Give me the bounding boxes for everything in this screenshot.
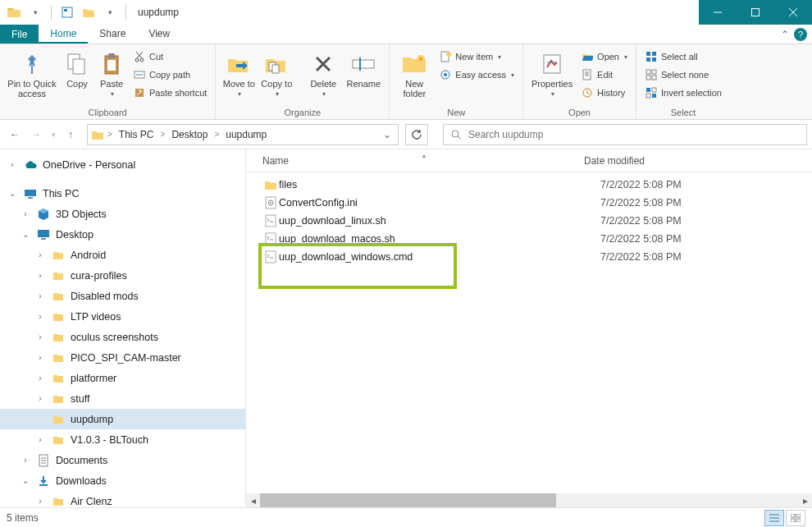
forward-button[interactable]: → xyxy=(26,125,46,144)
sidebar-item-disabled-mods[interactable]: ›Disabled mods xyxy=(0,286,245,306)
tab-file[interactable]: File xyxy=(0,25,39,44)
crumb-desktop[interactable]: Desktop xyxy=(168,129,211,140)
collapse-ribbon-icon[interactable]: ⌃ xyxy=(781,29,789,40)
address-bar[interactable]: > This PC > Desktop > uupdump ⌄ xyxy=(87,124,399,145)
rename-button[interactable]: Rename xyxy=(343,48,384,89)
horizontal-scrollbar[interactable]: ◂ ▸ xyxy=(246,493,812,507)
sidebar-item-air-clenz[interactable]: ›Air Clenz xyxy=(0,491,245,507)
file-row-convertconfig[interactable]: ConvertConfig.ini 7/2/2022 5:08 PM xyxy=(246,194,812,212)
open-button[interactable]: Open▾ xyxy=(577,48,631,66)
invert-selection-button[interactable]: Invert selection xyxy=(641,84,725,102)
window-controls xyxy=(699,0,812,25)
up-button[interactable]: ↑ xyxy=(61,125,80,144)
easy-access-button[interactable]: Easy access▾ xyxy=(436,66,518,84)
sort-indicator-icon: ▴ xyxy=(422,152,426,159)
file-row-macos-sh[interactable]: uup_download_macos.sh 7/2/2022 5:08 PM xyxy=(246,230,812,248)
sidebar-item-cura-profiles[interactable]: ›cura-profiles xyxy=(0,265,245,286)
sidebar-item-oculus-screenshots[interactable]: ›oculus screenshots xyxy=(0,327,245,347)
file-row-files[interactable]: files 7/2/2022 5:08 PM xyxy=(246,176,812,194)
crumb-uupdump[interactable]: uupdump xyxy=(222,129,270,140)
svg-rect-64 xyxy=(791,519,795,522)
sidebar-item-android[interactable]: ›Android xyxy=(0,245,245,265)
column-date-modified[interactable]: Date modified xyxy=(584,155,645,167)
edit-icon xyxy=(581,68,594,81)
back-button[interactable]: ← xyxy=(5,125,25,144)
ribbon-tab-strip: File Home Share View ⌃ ? xyxy=(0,25,812,44)
sidebar-item-uupdump[interactable]: uupdump xyxy=(0,409,245,429)
paste-shortcut-button[interactable]: Paste shortcut xyxy=(130,84,210,102)
paste-button[interactable]: Paste ▾ xyxy=(95,48,128,98)
file-list[interactable]: files 7/2/2022 5:08 PM ConvertConfig.ini… xyxy=(246,172,812,269)
maximize-button[interactable] xyxy=(737,0,774,25)
svg-rect-11 xyxy=(107,60,116,71)
history-button[interactable]: History xyxy=(577,84,631,102)
details-view-button[interactable] xyxy=(764,510,784,526)
cut-button[interactable]: Cut xyxy=(130,48,210,66)
sidebar-item-desktop[interactable]: ⌄Desktop xyxy=(0,224,245,245)
refresh-button[interactable] xyxy=(405,124,428,145)
copy-path-icon xyxy=(133,68,146,81)
pin-icon xyxy=(19,51,45,77)
sidebar-item-pico-spi[interactable]: ›PICO_SPI_CAM-master xyxy=(0,347,245,368)
pin-quick-access-button[interactable]: Pin to Quick access xyxy=(5,48,59,99)
column-headers[interactable]: ▴ Name Date modified xyxy=(246,149,812,172)
copy-to-button[interactable]: Copy to▾ xyxy=(258,48,294,98)
address-dropdown[interactable]: ⌄ xyxy=(380,129,395,140)
close-button[interactable] xyxy=(774,0,812,25)
select-none-icon xyxy=(645,68,658,81)
sidebar-item-this-pc[interactable]: ⌄ This PC xyxy=(0,183,245,204)
svg-rect-30 xyxy=(544,55,560,73)
svg-point-27 xyxy=(446,52,451,57)
crumb-this-pc[interactable]: This PC xyxy=(116,129,157,140)
help-icon[interactable]: ? xyxy=(794,28,807,41)
sidebar-item-platformer[interactable]: ›platformer xyxy=(0,368,245,388)
delete-button[interactable]: Delete▾ xyxy=(305,48,341,98)
sidebar-item-3d-objects[interactable]: ›3D Objects xyxy=(0,204,245,224)
svg-rect-52 xyxy=(39,484,48,486)
properties-button[interactable]: Properties▾ xyxy=(528,48,576,98)
move-to-icon xyxy=(226,51,252,77)
folder-small-icon[interactable] xyxy=(80,3,98,21)
scroll-thumb[interactable] xyxy=(260,493,556,507)
scroll-right-button[interactable]: ▸ xyxy=(798,493,812,507)
group-select: Select all Select none Invert selection … xyxy=(636,44,730,119)
edit-button[interactable]: Edit xyxy=(577,66,631,84)
sidebar-item-onedrive[interactable]: › OneDrive - Personal xyxy=(0,154,245,175)
file-row-linux-sh[interactable]: uup_download_linux.sh 7/2/2022 5:08 PM xyxy=(246,212,812,230)
svg-rect-3 xyxy=(752,9,760,16)
qat-dropdown[interactable]: ▾ xyxy=(26,3,44,21)
scroll-left-button[interactable]: ◂ xyxy=(246,493,260,507)
recent-button[interactable]: ▾ xyxy=(48,125,59,144)
tab-view[interactable]: View xyxy=(137,25,181,44)
svg-point-12 xyxy=(135,58,139,62)
select-none-button[interactable]: Select none xyxy=(641,66,725,84)
move-to-button[interactable]: Move to▾ xyxy=(221,48,257,98)
qat-properties-icon[interactable] xyxy=(58,3,76,21)
sidebar-item-downloads[interactable]: ⌄Downloads xyxy=(0,470,245,491)
sidebar-item-documents[interactable]: ›Documents xyxy=(0,450,245,470)
svg-rect-57 xyxy=(266,233,276,245)
file-row-windows-cmd[interactable]: uup_download_windows.cmd 7/2/2022 5:08 P… xyxy=(246,248,812,266)
delete-icon xyxy=(310,51,336,77)
copy-path-button[interactable]: Copy path xyxy=(130,66,210,84)
cut-icon xyxy=(133,50,146,63)
tab-share[interactable]: Share xyxy=(88,25,137,44)
sidebar-item-ltp-videos[interactable]: ›LTP videos xyxy=(0,306,245,327)
qat-dropdown-2[interactable]: ▾ xyxy=(101,3,119,21)
thumbnails-view-button[interactable] xyxy=(786,510,805,526)
script-icon xyxy=(262,232,279,245)
select-all-button[interactable]: Select all xyxy=(641,48,725,66)
svg-rect-38 xyxy=(652,70,656,74)
sidebar-item-bltouch[interactable]: ›V1.0.3 - BLTouch xyxy=(0,429,245,450)
new-folder-button[interactable]: New folder xyxy=(395,48,434,99)
search-box[interactable] xyxy=(443,124,807,145)
svg-rect-31 xyxy=(583,70,591,80)
navigation-pane[interactable]: › OneDrive - Personal ⌄ This PC ›3D Obje… xyxy=(0,149,246,507)
copy-button[interactable]: Copy xyxy=(61,48,94,89)
tab-home[interactable]: Home xyxy=(39,25,88,44)
svg-rect-50 xyxy=(41,238,46,240)
new-item-button[interactable]: New item▾ xyxy=(436,48,518,66)
minimize-button[interactable] xyxy=(699,0,737,25)
search-input[interactable] xyxy=(468,129,800,140)
sidebar-item-stuff[interactable]: ›stuff xyxy=(0,388,245,409)
